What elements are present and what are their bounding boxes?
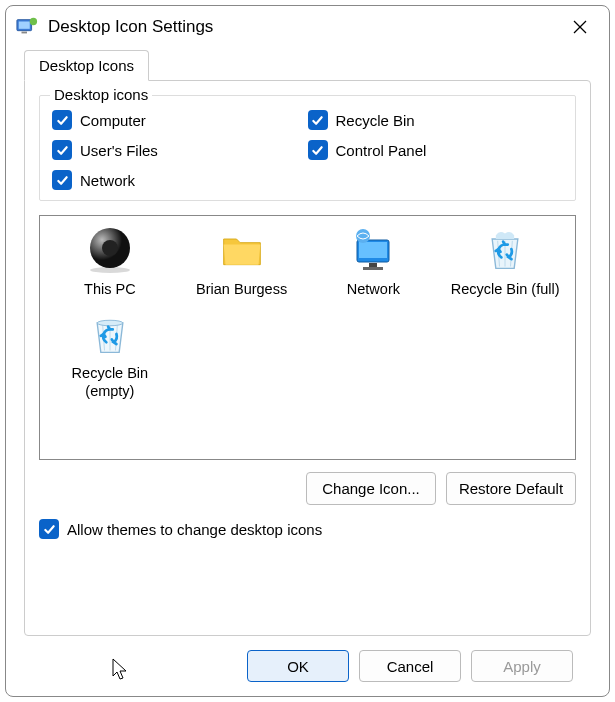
checkbox-recyclebin[interactable]: Recycle Bin [308,110,564,130]
tabpanel: Desktop icons Computer Recycle Bin [24,80,591,636]
tabstrip: Desktop Icons [24,50,591,81]
app-icon [16,16,38,38]
checkmark-icon [52,110,72,130]
icon-label: Brian Burgess [196,280,287,298]
icon-label: Recycle Bin (empty) [46,364,174,400]
group-desktop-icons: Desktop icons Computer Recycle Bin [39,95,576,201]
ok-button[interactable]: OK [247,650,349,682]
icon-label: Network [347,280,400,298]
button-label: Apply [503,658,541,675]
svg-point-8 [90,267,130,273]
checkbox-network[interactable]: Network [52,170,308,190]
tab-desktop-icons[interactable]: Desktop Icons [24,50,149,81]
svg-point-13 [356,229,370,243]
icon-recyclebin-full[interactable]: Recycle Bin (full) [441,226,569,298]
window-body: Desktop Icons Desktop icons Computer [6,48,609,696]
checkbox-label: Recycle Bin [336,112,415,129]
cursor-icon [112,658,132,682]
svg-rect-10 [359,242,387,258]
recyclebin-empty-icon [86,310,134,358]
button-label: OK [287,658,309,675]
checkmark-icon [52,140,72,160]
checkbox-label: Allow themes to change desktop icons [67,521,322,538]
group-legend: Desktop icons [50,86,152,103]
icon-preview-grid: This PC Brian Burgess [39,215,576,460]
checkbox-computer[interactable]: Computer [52,110,308,130]
svg-rect-12 [363,267,383,270]
apply-button[interactable]: Apply [471,650,573,682]
button-label: Change Icon... [322,480,420,497]
icon-this-pc[interactable]: This PC [46,226,174,298]
icon-network[interactable]: Network [310,226,438,298]
checkmark-icon [39,519,59,539]
svg-rect-11 [369,263,377,267]
change-icon-button[interactable]: Change Icon... [306,472,436,505]
icon-label: Recycle Bin (full) [451,280,560,298]
window-title: Desktop Icon Settings [48,17,559,37]
svg-rect-1 [19,22,30,29]
checkbox-controlpanel[interactable]: Control Panel [308,140,564,160]
titlebar: Desktop Icon Settings [6,6,609,48]
svg-point-7 [102,240,118,256]
checkmark-icon [52,170,72,190]
checkmark-icon [308,110,328,130]
checkbox-usersfiles[interactable]: User's Files [52,140,308,160]
icon-recyclebin-empty[interactable]: Recycle Bin (empty) [46,310,174,400]
checkbox-grid: Computer Recycle Bin User's Files [52,106,563,190]
checkmark-icon [308,140,328,160]
tab-label: Desktop Icons [39,57,134,74]
checkbox-label: Computer [80,112,146,129]
thispc-icon [86,226,134,274]
network-icon [349,226,397,274]
button-label: Cancel [387,658,434,675]
cancel-button[interactable]: Cancel [359,650,461,682]
svg-point-3 [30,18,37,25]
checkbox-label: Network [80,172,135,189]
settings-window: Desktop Icon Settings Desktop Icons Desk… [5,5,610,697]
icon-button-row: Change Icon... Restore Default [39,472,576,505]
svg-point-20 [97,320,123,326]
close-icon [573,20,587,34]
checkbox-label: Control Panel [336,142,427,159]
button-label: Restore Default [459,480,563,497]
checkbox-label: User's Files [80,142,158,159]
restore-default-button[interactable]: Restore Default [446,472,576,505]
icon-label: This PC [84,280,136,298]
icon-user-folder[interactable]: Brian Burgess [178,226,306,298]
dialog-footer: OK Cancel Apply [24,636,591,682]
checkbox-allow-themes[interactable]: Allow themes to change desktop icons [39,519,576,539]
recyclebin-full-icon [481,226,529,274]
svg-rect-2 [22,32,28,34]
folder-icon [218,226,266,274]
close-button[interactable] [559,12,601,42]
